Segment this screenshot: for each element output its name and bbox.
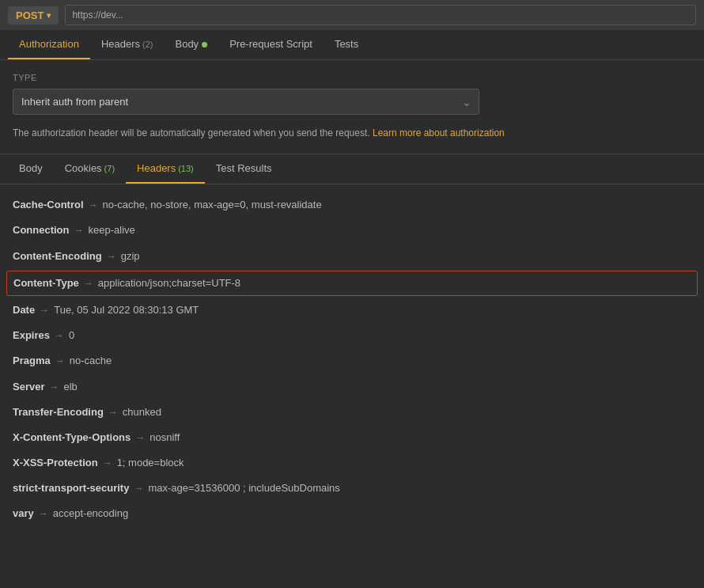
header-arrow-icon: → — [84, 277, 93, 290]
header-row: Server → elb — [13, 374, 691, 400]
tab-tests[interactable]: Tests — [324, 30, 369, 59]
header-row: X-Content-Type-Options → nosniff — [13, 425, 691, 450]
header-value: nosniff — [150, 431, 180, 445]
header-key: X-Content-Type-Options — [13, 431, 131, 445]
tab-body-response[interactable]: Body — [8, 154, 54, 184]
header-value: max-age=31536000 ; includeSubDomains — [148, 481, 339, 495]
header-value: keep-alive — [89, 223, 135, 237]
header-key: Transfer-Encoding — [13, 405, 104, 419]
header-row: Date → Tue, 05 Jul 2022 08:30:13 GMT — [13, 298, 691, 323]
header-arrow-icon: → — [108, 406, 118, 419]
header-row: Pragma → no-cache — [13, 348, 691, 374]
header-row: strict-transport-security → max-age=3153… — [13, 476, 691, 501]
header-value: accept-encoding — [53, 506, 128, 521]
header-row: Connection → keep-alive — [13, 218, 691, 243]
header-key: X-XSS-Protection — [13, 456, 98, 470]
header-key: Expires — [13, 328, 50, 343]
header-arrow-icon: → — [134, 482, 143, 495]
header-value: gzip — [121, 249, 140, 264]
header-key: Content-Encoding — [13, 249, 102, 264]
header-row: Cache-Control → no-cache, no-store, max-… — [13, 192, 691, 218]
headers-content: Cache-Control → no-cache, no-store, max-… — [0, 184, 704, 534]
tab-body-request[interactable]: Body — [164, 30, 218, 59]
header-key: Cache-Control — [13, 198, 84, 212]
header-value: no-cache, no-store, max-age=0, must-reva… — [103, 198, 322, 212]
type-label: TYPE — [13, 73, 691, 82]
header-arrow-icon: → — [40, 304, 49, 317]
tab-cookies[interactable]: Cookies(7) — [54, 154, 126, 184]
header-arrow-icon: → — [135, 431, 145, 445]
header-value: application/json;charset=UTF-8 — [98, 276, 240, 290]
auth-select-wrapper: Inherit auth from parent No Auth Bearer … — [13, 89, 479, 115]
header-row: Transfer-Encoding → chunked — [13, 400, 691, 425]
header-arrow-icon: → — [49, 381, 59, 394]
auth-description: The authorization header will be automat… — [13, 126, 691, 141]
tab-headers-request[interactable]: Headers(2) — [90, 30, 165, 59]
response-tabs: Body Cookies(7) Headers(13) Test Results — [0, 154, 704, 184]
header-row: X-XSS-Protection → 1; mode=block — [13, 450, 691, 476]
tab-authorization[interactable]: Authorization — [8, 30, 90, 59]
header-arrow-icon: → — [55, 355, 65, 368]
header-row: Expires → 0 — [13, 323, 691, 348]
auth-panel: TYPE Inherit auth from parent No Auth Be… — [0, 60, 704, 154]
url-bar: POST ▾ — [0, 0, 704, 30]
header-key: vary — [13, 506, 34, 521]
tab-test-results[interactable]: Test Results — [205, 154, 283, 184]
method-button[interactable]: POST ▾ — [8, 6, 59, 25]
header-arrow-icon: → — [107, 250, 116, 264]
header-value: 0 — [69, 328, 74, 343]
method-label: POST — [16, 9, 44, 21]
header-key: Connection — [13, 223, 70, 237]
header-key: Pragma — [13, 354, 51, 368]
header-value: 1; mode=block — [117, 456, 184, 470]
header-arrow-icon: → — [55, 329, 64, 343]
learn-more-link[interactable]: Learn more about authorization — [373, 127, 505, 138]
header-row: Content-Encoding → gzip — [13, 244, 691, 269]
request-tabs: Authorization Headers(2) Body Pre-reques… — [0, 30, 704, 60]
header-key: strict-transport-security — [13, 481, 129, 495]
auth-type-select[interactable]: Inherit auth from parent No Auth Bearer … — [13, 89, 479, 115]
header-arrow-icon: → — [103, 457, 112, 470]
header-arrow-icon: → — [89, 199, 98, 212]
header-key: Date — [13, 303, 35, 317]
tab-headers-response[interactable]: Headers(13) — [126, 154, 205, 184]
header-arrow-icon: → — [39, 507, 48, 521]
header-key: Content-Type — [13, 276, 79, 290]
header-row: vary → accept-encoding — [13, 501, 691, 526]
header-arrow-icon: → — [74, 224, 84, 237]
header-key: Server — [13, 380, 44, 394]
method-chevron: ▾ — [47, 11, 51, 20]
header-row: Content-Type → application/json;charset=… — [6, 271, 698, 296]
tab-prerequest[interactable]: Pre-request Script — [218, 30, 324, 59]
header-value: no-cache — [70, 354, 112, 368]
url-input[interactable] — [65, 5, 696, 25]
header-value: chunked — [123, 405, 161, 419]
body-dot — [202, 42, 207, 47]
header-value: elb — [63, 380, 77, 394]
header-value: Tue, 05 Jul 2022 08:30:13 GMT — [54, 303, 199, 317]
